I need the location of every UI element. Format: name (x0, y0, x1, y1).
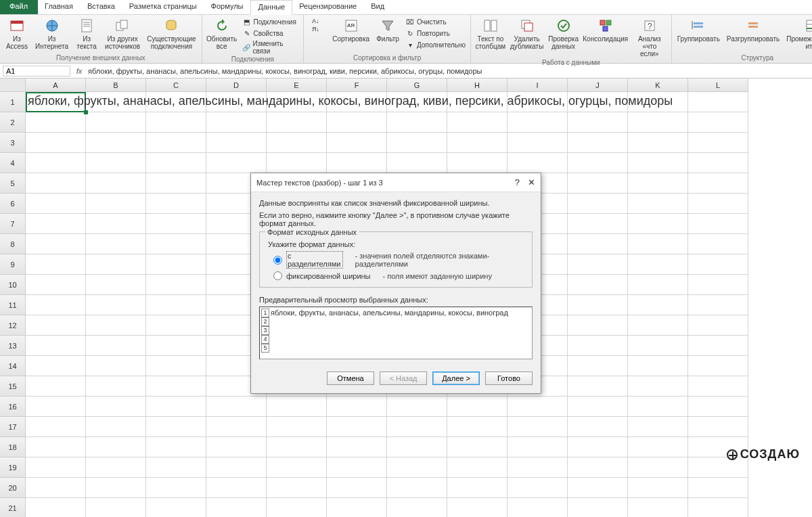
from-text-button[interactable]: Изтекста (72, 16, 101, 51)
cell[interactable] (327, 437, 387, 457)
cell[interactable] (447, 153, 508, 173)
cell[interactable] (568, 478, 628, 498)
cell[interactable] (327, 498, 387, 517)
properties-button[interactable]: ✎Свойства (240, 28, 301, 39)
cell[interactable] (86, 275, 146, 295)
cell[interactable] (26, 417, 86, 437)
cell[interactable] (267, 457, 327, 478)
what-if-button[interactable]: ?Анализ«что если» (631, 16, 669, 59)
row-header[interactable]: 15 (0, 376, 26, 397)
cell[interactable] (146, 376, 206, 397)
cell[interactable] (568, 133, 628, 153)
cell[interactable] (146, 173, 206, 194)
cell[interactable] (568, 315, 628, 336)
cell[interactable] (447, 437, 508, 457)
cell[interactable] (146, 275, 206, 295)
cell[interactable] (26, 112, 86, 133)
cell[interactable] (387, 112, 447, 133)
cell[interactable] (387, 133, 447, 153)
row-header[interactable]: 8 (0, 234, 26, 254)
cell[interactable] (206, 478, 267, 498)
cell[interactable] (628, 214, 688, 234)
cell[interactable] (206, 437, 267, 457)
cell[interactable] (688, 133, 748, 153)
column-header[interactable]: B (86, 78, 146, 92)
cell[interactable] (146, 315, 206, 336)
cell[interactable] (146, 356, 206, 376)
cell[interactable] (26, 173, 86, 194)
cell[interactable] (688, 498, 748, 517)
cell[interactable] (86, 254, 146, 275)
cell[interactable] (688, 336, 748, 356)
cell[interactable] (327, 397, 387, 417)
cell[interactable] (628, 92, 688, 112)
filter-button[interactable]: Фильтр (374, 16, 402, 44)
cell[interactable] (568, 234, 628, 254)
back-button[interactable]: < Назад (380, 372, 427, 385)
cell[interactable] (387, 498, 447, 517)
cell[interactable] (26, 92, 86, 112)
fill-handle[interactable] (84, 110, 88, 114)
tab-review[interactable]: Рецензирование (292, 0, 364, 14)
cell[interactable] (387, 437, 447, 457)
consolidate-button[interactable]: Консолидация (582, 16, 629, 44)
fx-icon[interactable]: fx (73, 67, 85, 75)
cell[interactable] (86, 356, 146, 376)
cell[interactable] (146, 214, 206, 234)
cell[interactable] (206, 417, 267, 437)
cell[interactable] (688, 92, 748, 112)
cell[interactable] (86, 417, 146, 437)
cell[interactable] (267, 437, 327, 457)
cell[interactable] (688, 153, 748, 173)
existing-connections-button[interactable]: Существующиеподключения (144, 16, 198, 51)
cell[interactable] (26, 376, 86, 397)
subtotal-button[interactable]: Промежуточныйитог (784, 16, 812, 51)
cell[interactable] (86, 112, 146, 133)
advanced-filter-button[interactable]: ▾Дополнительно (403, 39, 468, 50)
cell[interactable] (447, 133, 508, 153)
cell[interactable] (508, 457, 568, 478)
tab-insert[interactable]: Вставка (81, 0, 122, 14)
row-header[interactable]: 14 (0, 356, 26, 376)
row-header[interactable]: 18 (0, 437, 26, 457)
cell[interactable] (447, 417, 508, 437)
tab-data[interactable]: Данные (250, 0, 292, 15)
clear-filter-button[interactable]: ⌧Очистить (403, 16, 468, 27)
cell[interactable] (267, 112, 327, 133)
cell[interactable] (267, 133, 327, 153)
cell[interactable] (568, 397, 628, 417)
column-header[interactable]: E (267, 78, 327, 92)
cancel-button[interactable]: Отмена (327, 372, 374, 385)
cell[interactable] (688, 194, 748, 214)
row-header[interactable]: 6 (0, 194, 26, 214)
cell[interactable] (86, 478, 146, 498)
cell[interactable] (688, 417, 748, 437)
cell[interactable] (508, 397, 568, 417)
cell[interactable] (568, 437, 628, 457)
row-header[interactable]: 5 (0, 173, 26, 194)
cell[interactable] (146, 478, 206, 498)
row-header[interactable]: 9 (0, 254, 26, 275)
text-to-columns-button[interactable]: Текст постолбцам (474, 16, 508, 51)
cell[interactable] (146, 295, 206, 315)
cell[interactable] (86, 457, 146, 478)
cell[interactable] (86, 336, 146, 356)
row-header[interactable]: 13 (0, 336, 26, 356)
cell[interactable] (86, 173, 146, 194)
cell[interactable] (447, 397, 508, 417)
row-header[interactable]: 12 (0, 315, 26, 336)
row-header[interactable]: 10 (0, 275, 26, 295)
tab-home[interactable]: Главная (38, 0, 81, 14)
cell[interactable] (26, 356, 86, 376)
cell[interactable] (387, 417, 447, 437)
cell[interactable] (508, 153, 568, 173)
cell[interactable] (86, 498, 146, 517)
cell[interactable] (26, 234, 86, 254)
cell[interactable] (508, 498, 568, 517)
cell[interactable] (688, 356, 748, 376)
cell[interactable] (26, 275, 86, 295)
cell[interactable] (688, 234, 748, 254)
cell[interactable] (688, 478, 748, 498)
row-header[interactable]: 20 (0, 478, 26, 498)
cell[interactable] (26, 133, 86, 153)
